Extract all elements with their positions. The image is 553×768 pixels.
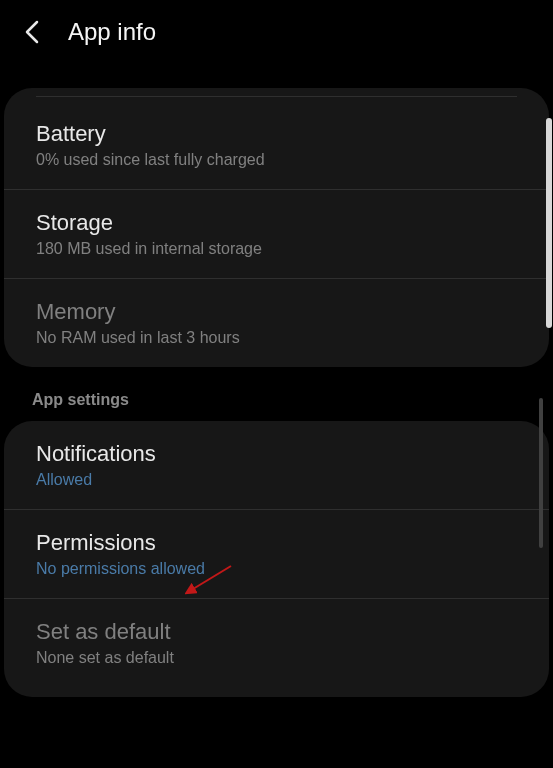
permissions-title: Permissions — [36, 530, 517, 556]
notifications-item[interactable]: Notifications Allowed — [4, 421, 549, 510]
set-default-item[interactable]: Set as default None set as default — [4, 599, 549, 697]
notifications-subtitle: Allowed — [36, 471, 517, 489]
memory-title: Memory — [36, 299, 517, 325]
battery-item[interactable]: Battery 0% used since last fully charged — [4, 101, 549, 190]
memory-item[interactable]: Memory No RAM used in last 3 hours — [4, 279, 549, 367]
battery-subtitle: 0% used since last fully charged — [36, 151, 517, 169]
storage-title: Storage — [36, 210, 517, 236]
permissions-item[interactable]: Permissions No permissions allowed — [4, 510, 549, 599]
set-default-title: Set as default — [36, 619, 517, 645]
scrollbar[interactable] — [546, 118, 552, 328]
battery-title: Battery — [36, 121, 517, 147]
usage-card: Battery 0% used since last fully charged… — [4, 88, 549, 367]
permissions-subtitle: No permissions allowed — [36, 560, 517, 578]
memory-subtitle: No RAM used in last 3 hours — [36, 329, 517, 347]
section-header-app-settings: App settings — [0, 367, 553, 421]
notifications-title: Notifications — [36, 441, 517, 467]
app-header: App info — [0, 0, 553, 64]
page-title: App info — [68, 18, 156, 46]
app-settings-card: Notifications Allowed Permissions No per… — [4, 421, 549, 697]
set-default-subtitle: None set as default — [36, 649, 517, 667]
scrollbar-inner[interactable] — [539, 398, 543, 548]
storage-item[interactable]: Storage 180 MB used in internal storage — [4, 190, 549, 279]
storage-subtitle: 180 MB used in internal storage — [36, 240, 517, 258]
back-icon[interactable] — [20, 20, 44, 44]
